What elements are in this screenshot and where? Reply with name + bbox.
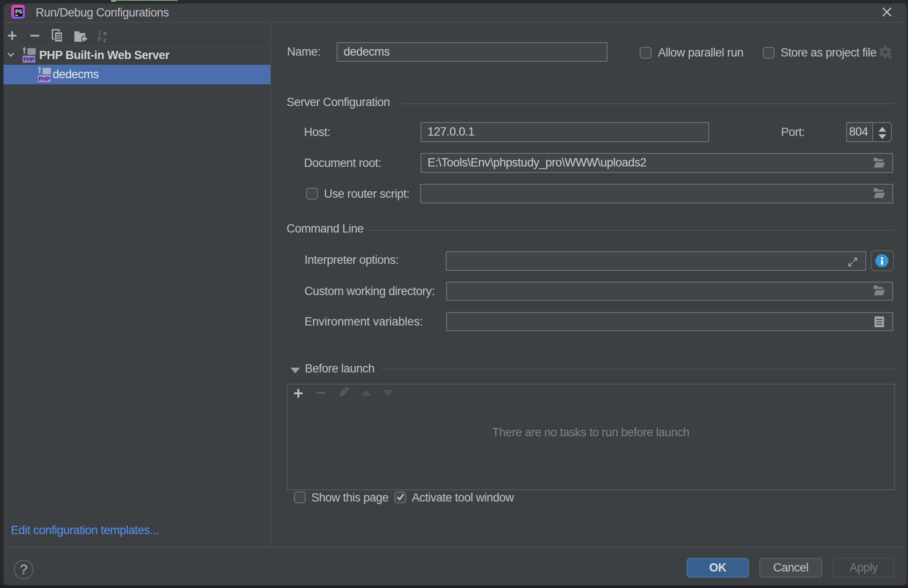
svg-text:PHP: PHP xyxy=(39,76,50,82)
svg-text:PHP: PHP xyxy=(23,56,35,63)
svg-text:a: a xyxy=(103,30,107,37)
svg-text:z: z xyxy=(103,36,107,42)
